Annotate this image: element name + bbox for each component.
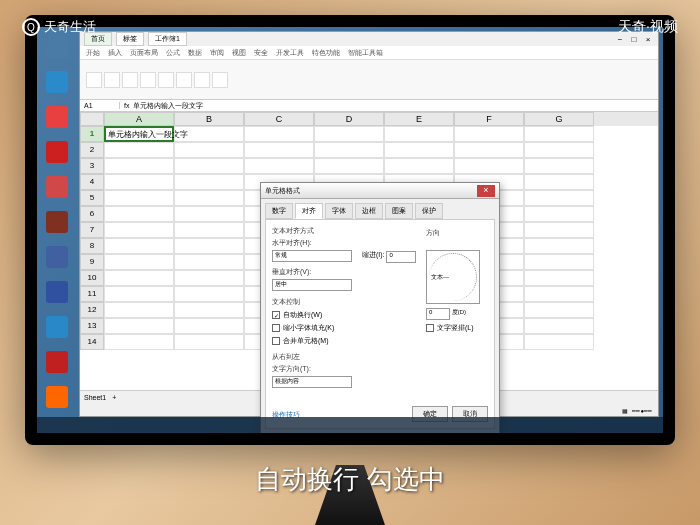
row-header[interactable]: 14: [80, 334, 104, 350]
cell[interactable]: [524, 142, 594, 158]
cell[interactable]: [524, 174, 594, 190]
row-header[interactable]: 13: [80, 318, 104, 334]
cell[interactable]: [174, 318, 244, 334]
cell[interactable]: [524, 126, 594, 142]
cell[interactable]: [104, 238, 174, 254]
cell[interactable]: [104, 174, 174, 190]
cell[interactable]: [384, 142, 454, 158]
column-header[interactable]: E: [384, 112, 454, 126]
cell[interactable]: [174, 174, 244, 190]
desktop-icon[interactable]: [41, 136, 73, 168]
tab-workbook[interactable]: 工作簿1: [148, 32, 187, 46]
cell[interactable]: [104, 190, 174, 206]
cell[interactable]: [104, 142, 174, 158]
column-header[interactable]: A: [104, 112, 174, 126]
desktop-icon[interactable]: [41, 241, 73, 273]
cell[interactable]: [524, 270, 594, 286]
ribbon-tab[interactable]: 数据: [188, 48, 202, 58]
dialog-tab[interactable]: 保护: [415, 203, 443, 219]
wrap-checkbox[interactable]: ✓: [272, 311, 280, 319]
cell[interactable]: [104, 158, 174, 174]
desktop-icon[interactable]: [41, 206, 73, 238]
desktop-icon[interactable]: [41, 276, 73, 308]
row-header[interactable]: 1: [80, 126, 104, 142]
tab-label[interactable]: 标签: [116, 32, 144, 46]
cell[interactable]: [314, 142, 384, 158]
cell[interactable]: [524, 206, 594, 222]
direction-select[interactable]: 根据内容: [272, 376, 352, 388]
cell[interactable]: [244, 126, 314, 142]
dialog-tab[interactable]: 字体: [325, 203, 353, 219]
ribbon-button[interactable]: [86, 72, 102, 88]
dialog-tab[interactable]: 边框: [355, 203, 383, 219]
cell[interactable]: [104, 206, 174, 222]
row-header[interactable]: 7: [80, 222, 104, 238]
dialog-tab[interactable]: 图案: [385, 203, 413, 219]
formula-input[interactable]: 单元格内输入一段文字: [133, 101, 203, 111]
cell[interactable]: [314, 126, 384, 142]
ribbon-tab[interactable]: 公式: [166, 48, 180, 58]
taskbar[interactable]: [37, 417, 663, 433]
row-header[interactable]: 5: [80, 190, 104, 206]
column-header[interactable]: C: [244, 112, 314, 126]
cell[interactable]: [174, 222, 244, 238]
desktop-icon[interactable]: [41, 381, 73, 413]
row-header[interactable]: 2: [80, 142, 104, 158]
zoom-slider[interactable]: ━━●━━: [632, 407, 652, 414]
cell[interactable]: [524, 302, 594, 318]
cell[interactable]: [174, 302, 244, 318]
row-header[interactable]: 12: [80, 302, 104, 318]
desktop-icon[interactable]: [41, 101, 73, 133]
cell[interactable]: [454, 158, 524, 174]
cell[interactable]: [104, 334, 174, 350]
row-header[interactable]: 11: [80, 286, 104, 302]
cell[interactable]: [104, 318, 174, 334]
column-header[interactable]: F: [454, 112, 524, 126]
cell[interactable]: [174, 190, 244, 206]
row-header[interactable]: 6: [80, 206, 104, 222]
cell[interactable]: [174, 206, 244, 222]
ribbon-button[interactable]: [194, 72, 210, 88]
vert-text-checkbox-row[interactable]: 文字竖排(L): [426, 323, 486, 333]
select-all-corner[interactable]: [80, 112, 104, 126]
column-header[interactable]: B: [174, 112, 244, 126]
row-header[interactable]: 4: [80, 174, 104, 190]
ribbon-button[interactable]: [140, 72, 156, 88]
ribbon-tab[interactable]: 视图: [232, 48, 246, 58]
cell[interactable]: [524, 158, 594, 174]
cell[interactable]: [524, 334, 594, 350]
cell[interactable]: [104, 254, 174, 270]
vertical-select[interactable]: 居中: [272, 279, 352, 291]
cell[interactable]: [104, 286, 174, 302]
view-icon[interactable]: ▦: [622, 407, 628, 414]
ribbon-tab[interactable]: 特色功能: [312, 48, 340, 58]
shrink-checkbox[interactable]: [272, 324, 280, 332]
horizontal-select[interactable]: 常规: [272, 250, 352, 262]
column-header[interactable]: G: [524, 112, 594, 126]
cell-reference[interactable]: A1: [80, 102, 120, 109]
cell[interactable]: [244, 142, 314, 158]
cell[interactable]: [174, 126, 244, 142]
cell[interactable]: 单元格内输入一段文字: [104, 126, 174, 142]
cell[interactable]: [524, 238, 594, 254]
row-header[interactable]: 9: [80, 254, 104, 270]
desktop-icon[interactable]: [41, 346, 73, 378]
vert-text-checkbox[interactable]: [426, 324, 434, 332]
cell[interactable]: [174, 270, 244, 286]
orientation-control[interactable]: 文本—: [426, 250, 480, 304]
cell[interactable]: [454, 126, 524, 142]
ribbon-button[interactable]: [212, 72, 228, 88]
ribbon-button[interactable]: [122, 72, 138, 88]
row-header[interactable]: 8: [80, 238, 104, 254]
ribbon-tab[interactable]: 开始: [86, 48, 100, 58]
cell[interactable]: [174, 142, 244, 158]
cell[interactable]: [524, 318, 594, 334]
merge-checkbox-row[interactable]: 合并单元格(M): [272, 336, 488, 346]
cell[interactable]: [174, 238, 244, 254]
ribbon-tab[interactable]: 智能工具箱: [348, 48, 383, 58]
cell[interactable]: [524, 286, 594, 302]
row-header[interactable]: 3: [80, 158, 104, 174]
desktop-icon[interactable]: [41, 311, 73, 343]
cell[interactable]: [384, 158, 454, 174]
dialog-tab[interactable]: 对齐: [295, 203, 323, 219]
